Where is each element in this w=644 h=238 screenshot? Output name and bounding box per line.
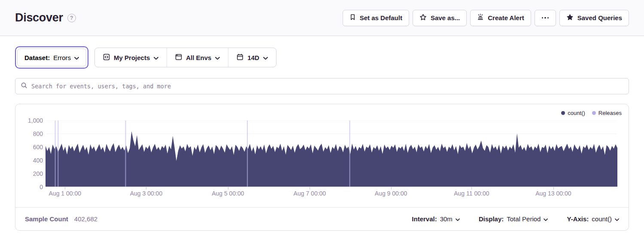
- interval-label: Interval:: [412, 215, 437, 223]
- events-chart-panel: count() Releases 02004006008001,000 Aug …: [15, 104, 629, 231]
- y-tick-label: 200: [33, 170, 43, 178]
- x-tick-mark: [65, 187, 65, 190]
- help-icon[interactable]: ?: [67, 14, 76, 22]
- search-bar: [15, 78, 629, 94]
- display-dropdown[interactable]: Display: Total Period: [479, 215, 548, 223]
- projects-dropdown[interactable]: My Projects: [95, 48, 167, 67]
- chart-area: count() Releases 02004006008001,000 Aug …: [15, 104, 629, 208]
- display-label: Display:: [479, 215, 504, 223]
- y-tick-label: 400: [33, 157, 43, 164]
- star-filled-icon: [566, 14, 574, 22]
- x-tick-mark: [553, 187, 554, 190]
- sample-count-value: 402,682: [74, 215, 97, 223]
- area-chart-svg: [46, 121, 617, 187]
- chevron-down-icon: [615, 215, 619, 223]
- set-as-default-button[interactable]: Set as Default: [343, 10, 409, 26]
- create-alert-button[interactable]: Create Alert: [470, 10, 531, 26]
- filter-row: Dataset: Errors My Projects All Envs: [15, 46, 629, 69]
- create-alert-label: Create Alert: [488, 14, 524, 21]
- date-range-dropdown[interactable]: 14D: [228, 48, 276, 67]
- x-tick-mark: [310, 187, 310, 190]
- releases-legend-label: Releases: [598, 110, 622, 116]
- y-tick-label: 600: [33, 143, 43, 151]
- projects-value: My Projects: [114, 54, 150, 61]
- legend-item-count[interactable]: count(): [561, 110, 585, 116]
- calendar-icon: [237, 54, 243, 62]
- search-input[interactable]: [31, 83, 623, 90]
- save-as-button[interactable]: Save as...: [413, 10, 467, 26]
- releases-legend-dot: [592, 111, 596, 115]
- projects-icon: [103, 54, 110, 62]
- siren-icon: [477, 14, 484, 22]
- x-tick-label: Aug 1 00:00: [49, 190, 82, 197]
- y-axis-label: Y-Axis:: [567, 215, 589, 223]
- chevron-down-icon: [544, 215, 548, 223]
- x-tick-label: Aug 5 00:00: [212, 190, 244, 197]
- x-tick-mark: [471, 187, 472, 190]
- search-icon: [21, 82, 27, 90]
- header-actions: Set as Default Save as... Create Alert S…: [343, 10, 629, 26]
- x-tick-mark: [391, 187, 392, 190]
- ellipsis-icon: [542, 17, 549, 19]
- x-tick-label: Aug 7 00:00: [294, 190, 326, 197]
- page-title: Discover: [15, 11, 63, 24]
- x-tick-mark: [228, 187, 228, 190]
- top-bar: Discover ? Set as Default Save as... Cre…: [0, 0, 644, 36]
- saved-queries-button[interactable]: Saved Queries: [559, 10, 629, 26]
- chevron-down-icon: [74, 54, 79, 61]
- bookmark-icon: [349, 14, 356, 22]
- window-icon: [175, 54, 182, 62]
- x-tick-mark: [146, 187, 146, 190]
- date-range-value: 14D: [247, 54, 259, 61]
- set-as-default-label: Set as Default: [360, 14, 402, 21]
- dataset-value: Errors: [53, 54, 71, 61]
- y-axis-value: count(): [592, 215, 612, 223]
- y-tick-label: 0: [39, 183, 43, 191]
- chevron-down-icon: [263, 54, 268, 61]
- environments-value: All Envs: [186, 54, 211, 61]
- page-filter-bar: My Projects All Envs 14D: [94, 48, 276, 67]
- y-tick-label: 800: [33, 130, 43, 138]
- dataset-highlight-outline: Dataset: Errors: [15, 46, 88, 69]
- chevron-down-icon: [456, 215, 460, 223]
- display-value: Total Period: [507, 215, 541, 223]
- y-axis-labels: 02004006008001,000: [15, 104, 43, 208]
- count-legend-dot: [561, 111, 565, 115]
- save-as-label: Save as...: [431, 14, 460, 21]
- more-options-button[interactable]: [535, 10, 556, 26]
- saved-queries-label: Saved Queries: [577, 14, 622, 21]
- interval-value: 30m: [440, 215, 453, 223]
- star-outline-icon: [419, 14, 427, 22]
- chart-legend: count() Releases: [561, 110, 622, 116]
- y-axis-dropdown[interactable]: Y-Axis: count(): [567, 215, 619, 223]
- x-tick-label: Aug 11 00:00: [454, 190, 489, 197]
- y-tick-label: 1,000: [28, 117, 43, 124]
- environments-dropdown[interactable]: All Envs: [167, 48, 228, 67]
- dataset-dropdown[interactable]: Dataset: Errors: [17, 48, 86, 66]
- sample-count-label: Sample Count: [25, 215, 68, 223]
- x-tick-label: Aug 3 00:00: [130, 190, 163, 197]
- chevron-down-icon: [154, 54, 158, 61]
- chart-plot[interactable]: Aug 1 00:00Aug 3 00:00Aug 5 00:00Aug 7 0…: [46, 121, 617, 187]
- count-legend-label: count(): [568, 110, 585, 116]
- x-tick-label: Aug 13 00:00: [535, 190, 571, 197]
- x-tick-label: Aug 9 00:00: [375, 190, 407, 197]
- interval-dropdown[interactable]: Interval: 30m: [412, 215, 460, 223]
- legend-item-releases[interactable]: Releases: [592, 110, 622, 116]
- chevron-down-icon: [215, 54, 220, 61]
- dataset-label: Dataset:: [24, 54, 50, 61]
- chart-footer: Sample Count 402,682 Interval: 30m Displ…: [15, 207, 629, 230]
